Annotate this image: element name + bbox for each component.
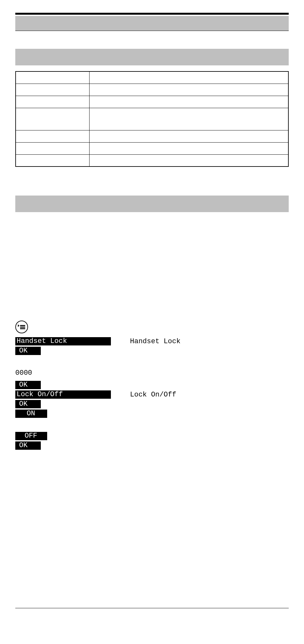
menu-item-lock-onoff-label: Lock On/Off	[130, 391, 176, 399]
table-row	[16, 71, 288, 84]
table-cell-right	[89, 154, 288, 167]
menu-item-lock-onoff-selected: Lock On/Off	[15, 390, 111, 399]
section-heading-bar-2	[15, 196, 289, 212]
table-cell-left	[16, 96, 89, 108]
footer-rule	[15, 608, 289, 608]
chapter-title-bar	[15, 16, 289, 31]
section-heading-bar-1	[15, 49, 289, 65]
table-row	[16, 154, 288, 167]
table-cell-left	[16, 130, 89, 142]
menu-icon	[15, 321, 28, 333]
table-cell-left	[16, 154, 89, 167]
table-cell-left	[16, 71, 89, 84]
table-cell-left	[16, 108, 89, 130]
softkey-ok-2: OK	[15, 381, 41, 389]
default-pin-text: 0000	[15, 369, 32, 377]
table-cell-right	[89, 130, 288, 142]
table-cell-right	[89, 96, 288, 108]
table-cell-left	[16, 142, 89, 154]
table-row	[16, 84, 288, 96]
softkey-ok-1: OK	[15, 347, 41, 355]
option-on: ON	[15, 410, 47, 418]
table-row	[16, 96, 288, 108]
softkey-ok-4: OK	[15, 441, 41, 450]
top-thick-rule	[15, 13, 289, 15]
table-cell-right	[89, 108, 288, 130]
security-code-table	[15, 71, 289, 167]
menu-item-handset-lock-label: Handset Lock	[130, 337, 180, 345]
option-off: OFF	[15, 432, 47, 440]
table-row	[16, 142, 288, 154]
table-cell-right	[89, 71, 288, 84]
menu-item-handset-lock-selected: Handset Lock	[15, 337, 111, 345]
table-cell-left	[16, 84, 89, 96]
table-cell-right	[89, 142, 288, 154]
table-row	[16, 130, 288, 142]
table-row	[16, 108, 288, 130]
softkey-ok-3: OK	[15, 400, 41, 408]
table-cell-right	[89, 84, 288, 96]
